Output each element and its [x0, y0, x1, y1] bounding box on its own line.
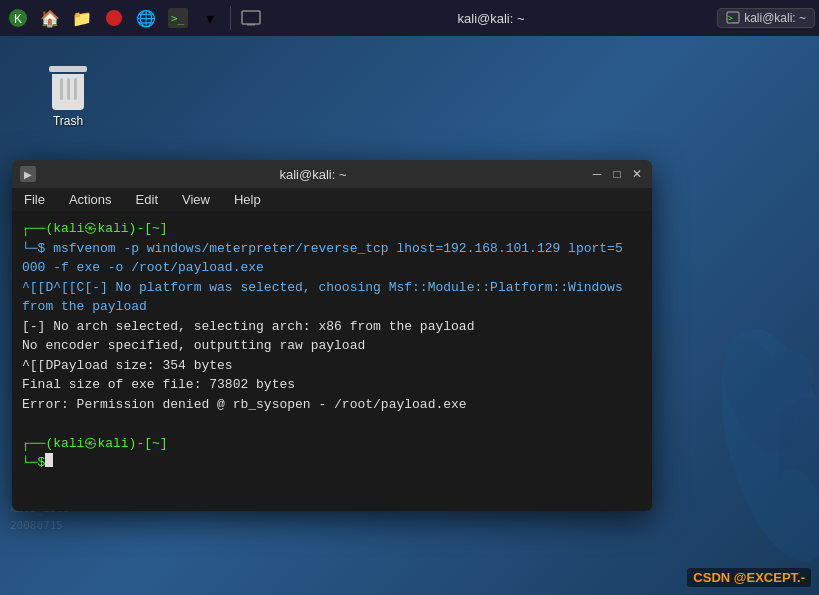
svg-point-9 [700, 316, 819, 574]
terminal-controls: ─ □ ✕ [590, 167, 644, 181]
taskbar-home-icon[interactable]: 🏠 [36, 4, 64, 32]
taskbar-red-icon[interactable] [100, 4, 128, 32]
svg-point-11 [764, 350, 814, 400]
trash-icon[interactable]: Trash [42, 60, 94, 134]
desktop: K 🏠 📁 🌐 >_ ▾ kali@kali: ~ >_ [0, 0, 819, 595]
taskbar-separator [230, 6, 231, 30]
menu-edit[interactable]: Edit [132, 190, 162, 209]
terminal-line-6: No encoder specified, outputting raw pay… [22, 336, 642, 356]
terminal-titlebar: ▶ kali@kali: ~ ─ □ ✕ [12, 160, 652, 188]
terminal-line-5: [-] No arch selected, selecting arch: x8… [22, 317, 642, 337]
svg-rect-5 [242, 11, 260, 24]
menu-actions[interactable]: Actions [65, 190, 116, 209]
close-button[interactable]: ✕ [630, 167, 644, 181]
terminal-title: kali@kali: ~ [44, 167, 582, 182]
terminal-line-9: Error: Permission denied @ rb_sysopen - … [22, 395, 642, 415]
terminal-line-7: ^[[DPayload size: 354 bytes [22, 356, 642, 376]
maximize-button[interactable]: □ [610, 167, 624, 181]
terminal-line-4: from the payload [22, 297, 642, 317]
terminal-line-1: ┌──(kali㉿kali)-[~] [22, 219, 642, 239]
taskbar-app[interactable]: >_ kali@kali: ~ [717, 8, 815, 28]
terminal-line-8: Final size of exe file: 73802 bytes [22, 375, 642, 395]
minimize-button[interactable]: ─ [590, 167, 604, 181]
bg-text-line2: 20080715 [10, 517, 70, 535]
taskbar-kali-icon[interactable]: K [4, 4, 32, 32]
terminal-line-10: ┌──(kali㉿kali)-[~] [22, 434, 642, 454]
trash-label: Trash [53, 114, 83, 128]
terminal-icon: ▶ [20, 166, 36, 182]
csdn-watermark: CSDN @EXCEPT.- [687, 568, 811, 587]
terminal-line-3: ^[[D^[[C[-] No platform was selected, ch… [22, 278, 642, 298]
terminal-window: ▶ kali@kali: ~ ─ □ ✕ File Actions Edit V… [12, 160, 652, 511]
taskbar-terminal-icon[interactable]: >_ [164, 4, 192, 32]
menu-help[interactable]: Help [230, 190, 265, 209]
taskbar-screen-icon[interactable] [237, 4, 265, 32]
menu-file[interactable]: File [20, 190, 49, 209]
svg-rect-6 [247, 24, 255, 26]
svg-text:>_: >_ [171, 12, 185, 25]
cmd-prefix: └─$ msfvenom -p windows/meterpreter/reve… [22, 239, 623, 259]
taskbar-arrow-icon[interactable]: ▾ [196, 4, 224, 32]
terminal-menu: File Actions Edit View Help [12, 188, 652, 211]
taskbar-globe-icon[interactable]: 🌐 [132, 4, 160, 32]
taskbar-files-icon[interactable]: 📁 [68, 4, 96, 32]
svg-text:K: K [14, 12, 22, 26]
menu-view[interactable]: View [178, 190, 214, 209]
taskbar-app-label: kali@kali: ~ [744, 11, 806, 25]
terminal-line-11: └─$ [22, 453, 642, 473]
terminal-line-blank [22, 414, 642, 434]
terminal-body: ┌──(kali㉿kali)-[~] └─$ msfvenom -p windo… [12, 211, 652, 511]
svg-point-10 [710, 328, 807, 461]
prompt-1: ┌──(kali㉿kali)-[~] [22, 219, 168, 239]
trash-can-graphic [48, 66, 88, 110]
kali-taskbar: K 🏠 📁 🌐 >_ ▾ kali@kali: ~ >_ [0, 0, 819, 36]
terminal-cursor [45, 453, 53, 467]
terminal-line-2: └─$ msfvenom -p windows/meterpreter/reve… [22, 239, 642, 278]
taskbar-title: kali@kali: ~ [269, 11, 713, 26]
svg-point-2 [106, 10, 122, 26]
svg-text:>_: >_ [728, 14, 738, 23]
